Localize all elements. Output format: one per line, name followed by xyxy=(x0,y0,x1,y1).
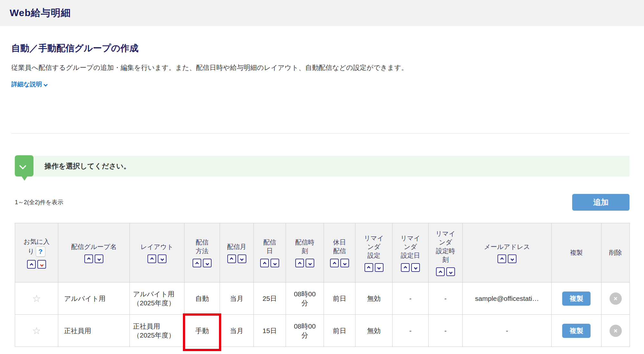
chevron-up-icon xyxy=(367,266,370,270)
record-count: 1～2(全2)件を表示 xyxy=(15,198,63,206)
time-cell: 08時00 分 xyxy=(286,315,324,347)
chevron-up-icon xyxy=(87,257,90,261)
detail-description-link[interactable]: 詳細な説明 xyxy=(11,80,48,89)
detail-link-label: 詳細な説明 xyxy=(11,80,42,89)
sort-asc-button[interactable] xyxy=(330,259,339,267)
table-row: ☆ 正社員用 正社員用 （2025年度） 手動 当月 15日 08時00 分 前… xyxy=(15,315,630,347)
sort-desc-button[interactable] xyxy=(238,254,246,263)
chevron-up-icon xyxy=(298,262,301,265)
favorite-star-icon[interactable]: ☆ xyxy=(32,293,41,304)
column-label: 配信 日 xyxy=(254,238,286,255)
chevron-down-icon xyxy=(97,257,101,261)
action-message: 操作を選択してください。 xyxy=(44,161,131,171)
holiday-cell: 前日 xyxy=(324,315,355,347)
chevron-up-icon xyxy=(150,257,154,261)
action-message-bar: 操作を選択してください。 xyxy=(15,156,630,177)
column-header-copy: 複製 xyxy=(552,223,601,282)
method-value: 手動 xyxy=(195,327,209,334)
method-cell-highlighted: 手動 xyxy=(185,315,220,347)
sort-asc-button[interactable] xyxy=(365,263,373,272)
sort-desc-button[interactable] xyxy=(37,260,46,269)
action-select-bar: 操作を選択してください。 xyxy=(15,156,630,177)
group-name-cell: アルバイト用 xyxy=(58,282,130,315)
column-header-reminder-date: リマイ ンダ 設定日 xyxy=(393,223,429,282)
chevron-up-icon xyxy=(500,257,504,261)
sort-asc-button[interactable] xyxy=(401,263,410,272)
column-label: 配信月 xyxy=(220,243,253,251)
table-row: ☆ アルバイト用 アルバイト用 （2025年度） 自動 当月 25日 08時00… xyxy=(15,282,630,315)
copy-cell: 複製 xyxy=(552,315,601,347)
sort-desc-button[interactable] xyxy=(411,263,420,272)
sort-desc-button[interactable] xyxy=(158,254,166,263)
sort-asc-button[interactable] xyxy=(193,259,201,267)
column-header-method: 配信 方法 xyxy=(185,223,220,282)
email-cell: - xyxy=(463,315,552,347)
page-title: 自動／手動配信グループの作成 xyxy=(11,43,630,54)
sort-asc-button[interactable] xyxy=(227,254,236,263)
column-header-layout: レイアウト xyxy=(130,223,185,282)
layout-cell: 正社員用 （2025年度） xyxy=(130,315,185,347)
reminder-cell: 無効 xyxy=(355,315,393,347)
sort-asc-button[interactable] xyxy=(260,259,269,267)
help-icon[interactable]: ? xyxy=(36,246,45,257)
chevron-up-icon xyxy=(333,262,336,265)
reminder-date-cell: - xyxy=(393,282,429,315)
sort-asc-button[interactable] xyxy=(147,254,156,263)
section-description: 従業員へ配信するグループの追加・編集を行います。また、配信日時や給与明細のレイア… xyxy=(11,63,630,72)
column-header-day: 配信 日 xyxy=(254,223,286,282)
chevron-up-icon xyxy=(263,262,266,265)
reminder-time-cell: - xyxy=(429,315,463,347)
sort-desc-button[interactable] xyxy=(446,267,455,276)
time-cell: 08時00 分 xyxy=(286,282,324,315)
group-name-cell: 正社員用 xyxy=(58,315,130,347)
column-header-delete: 削除 xyxy=(601,223,630,282)
copy-button[interactable]: 複製 xyxy=(562,292,591,306)
sort-asc-button[interactable] xyxy=(27,260,36,269)
layout-cell: アルバイト用 （2025年度） xyxy=(130,282,185,315)
column-header-group-name: 配信グループ名 xyxy=(58,223,130,282)
app-header: Web給与明細 xyxy=(0,0,644,26)
sort-asc-button[interactable] xyxy=(295,259,304,267)
chevron-down-icon xyxy=(205,262,209,265)
sort-desc-button[interactable] xyxy=(306,259,314,267)
sort-desc-button[interactable] xyxy=(270,259,279,267)
column-label: 休日 配信 xyxy=(324,238,355,255)
delete-cell: × xyxy=(601,315,630,347)
favorite-cell: ☆ xyxy=(15,315,58,347)
reminder-cell: 無効 xyxy=(355,282,393,315)
day-cell: 25日 xyxy=(254,282,286,315)
copy-cell: 複製 xyxy=(552,282,601,315)
column-label: 配信時 刻 xyxy=(286,238,324,255)
table-header-row: お気に入り? 配信グループ名 レイアウト xyxy=(15,223,630,282)
column-header-holiday: 休日 配信 xyxy=(324,223,355,282)
sort-desc-button[interactable] xyxy=(340,259,349,267)
chevron-down-icon xyxy=(44,82,48,87)
sort-asc-button[interactable] xyxy=(497,254,506,263)
sort-asc-button[interactable] xyxy=(436,267,445,276)
favorite-star-icon[interactable]: ☆ xyxy=(32,325,41,336)
chevron-up-icon xyxy=(30,263,33,267)
column-label: 削除 xyxy=(601,248,630,257)
sort-desc-button[interactable] xyxy=(508,254,516,263)
delete-cell: × xyxy=(601,282,630,315)
delete-icon[interactable]: × xyxy=(610,325,622,337)
favorite-cell: ☆ xyxy=(15,282,58,315)
chevron-up-icon xyxy=(439,270,442,274)
action-dropdown-button[interactable] xyxy=(15,155,33,177)
chevron-down-icon xyxy=(19,162,26,170)
day-cell: 15日 xyxy=(254,315,286,347)
month-cell: 当月 xyxy=(220,282,254,315)
column-label: メールアドレス xyxy=(463,243,551,251)
sort-desc-button[interactable] xyxy=(95,254,103,263)
chevron-down-icon xyxy=(343,262,346,265)
add-button[interactable]: 追加 xyxy=(572,194,630,211)
copy-button[interactable]: 複製 xyxy=(562,324,591,338)
column-header-reminder: リマイ ンダ 設定 xyxy=(355,223,393,282)
sort-asc-button[interactable] xyxy=(84,254,93,263)
column-label: 複製 xyxy=(552,248,601,257)
sort-desc-button[interactable] xyxy=(375,263,384,272)
sort-desc-button[interactable] xyxy=(203,259,212,267)
distribution-group-table: お気に入り? 配信グループ名 レイアウト xyxy=(15,223,630,347)
chevron-up-icon xyxy=(230,257,233,261)
delete-icon[interactable]: × xyxy=(610,292,622,305)
